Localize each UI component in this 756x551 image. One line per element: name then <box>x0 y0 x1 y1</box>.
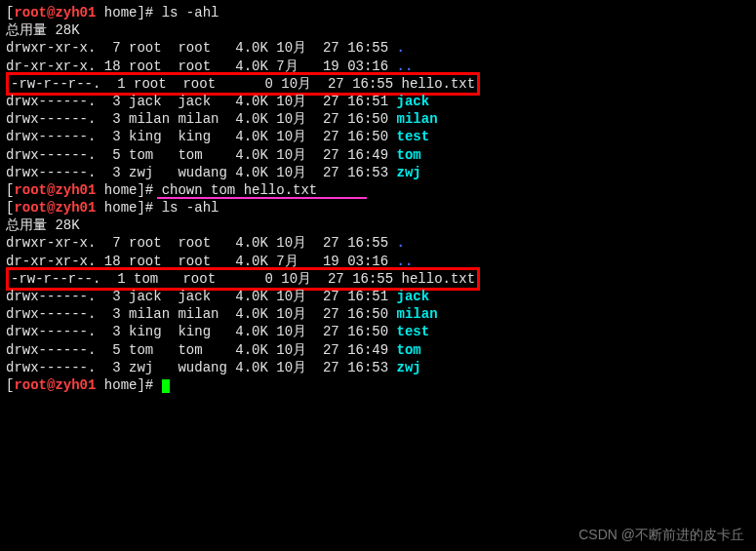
prompt: [root@zyh01 home]# <box>6 5 162 20</box>
file-time: 16:53 <box>347 360 396 375</box>
file-size: 4.0K <box>235 306 276 322</box>
file-name: jack <box>397 94 430 109</box>
prompt: [root@zyh01 home]# <box>6 182 162 198</box>
file-links: 1 <box>109 271 134 287</box>
file-links: 1 <box>109 76 134 92</box>
command-text: ls -ahl <box>162 200 219 216</box>
file-owner: tom <box>134 271 182 287</box>
command-line: [root@zyh01 home]# ls -ahl <box>6 4 750 21</box>
file-size: 4.0K <box>235 235 276 251</box>
file-size: 4.0K <box>235 94 276 109</box>
list-item: drwx------. 5 tom tom 4.0K 10月 27 16:49 … <box>6 146 750 164</box>
file-permissions: drwx------. <box>6 147 104 163</box>
file-group: jack <box>178 289 235 304</box>
file-day: 27 <box>328 76 352 92</box>
file-owner: root <box>129 235 178 251</box>
list-item: drwxr-xr-x. 7 root root 4.0K 10月 27 16:5… <box>6 234 750 252</box>
file-name: milan <box>397 111 438 127</box>
file-time: 16:49 <box>347 147 396 163</box>
file-group: jack <box>178 94 235 109</box>
file-month: 10月 <box>276 324 323 339</box>
file-permissions: drwxr-xr-x. <box>6 40 104 56</box>
file-group: king <box>178 324 235 339</box>
file-month: 10月 <box>276 165 323 180</box>
file-links: 7 <box>104 235 129 251</box>
file-owner: king <box>129 324 178 339</box>
file-name: milan <box>397 306 438 322</box>
list-item: drwx------. 3 milan milan 4.0K 10月 27 16… <box>6 110 750 128</box>
file-size: 0 <box>240 271 281 287</box>
file-owner: milan <box>129 306 178 322</box>
file-day: 27 <box>323 40 347 56</box>
command-text: chown tom hello.txt <box>162 182 318 198</box>
file-month: 10月 <box>281 76 328 92</box>
file-group: milan <box>178 306 235 322</box>
list-item-highlighted: -rw-r--r--. 1 root root 0 10月 27 16:55 h… <box>6 75 750 93</box>
file-permissions: drwx------. <box>6 342 104 358</box>
file-day: 27 <box>323 235 347 251</box>
file-links: 3 <box>104 111 129 127</box>
command-line[interactable]: [root@zyh01 home]# <box>6 376 750 394</box>
list-item: drwx------. 3 jack jack 4.0K 10月 27 16:5… <box>6 288 750 305</box>
file-time: 16:50 <box>347 111 396 127</box>
file-group: wudang <box>178 165 235 180</box>
file-size: 4.0K <box>235 40 276 56</box>
file-group: root <box>182 76 240 92</box>
list-item: drwx------. 3 king king 4.0K 10月 27 16:5… <box>6 128 750 145</box>
file-owner: zwj <box>129 165 178 180</box>
file-month: 10月 <box>276 235 323 251</box>
file-permissions: drwx------. <box>6 324 104 339</box>
list-item: drwx------. 3 milan milan 4.0K 10月 27 16… <box>6 305 750 323</box>
file-name: tom <box>397 147 421 163</box>
file-owner: tom <box>129 147 178 163</box>
file-links: 3 <box>104 306 129 322</box>
file-month: 10月 <box>276 40 323 56</box>
file-links: 7 <box>104 40 129 56</box>
file-group: milan <box>178 111 235 127</box>
file-links: 5 <box>104 147 129 163</box>
file-month: 10月 <box>281 271 328 287</box>
file-size: 4.0K <box>235 129 276 144</box>
file-owner: milan <box>129 111 178 127</box>
file-size: 0 <box>240 76 281 92</box>
file-month: 10月 <box>276 129 323 144</box>
file-permissions: -rw-r--r--. <box>11 76 109 92</box>
file-group: king <box>178 129 235 144</box>
file-month: 10月 <box>276 306 323 322</box>
file-permissions: drwx------. <box>6 111 104 127</box>
watermark: CSDN @不断前进的皮卡丘 <box>578 526 744 543</box>
summary-line: 总用量 28K <box>6 21 750 39</box>
terminal[interactable]: [root@zyh01 home]# ls -ahl总用量 28Kdrwxr-x… <box>0 0 756 398</box>
file-size: 4.0K <box>235 165 276 180</box>
file-links: 3 <box>104 324 129 339</box>
file-day: 27 <box>323 324 347 339</box>
file-time: 16:50 <box>347 129 396 144</box>
file-owner: zwj <box>129 360 178 375</box>
file-links: 3 <box>104 360 129 375</box>
file-links: 3 <box>104 165 129 180</box>
list-item: drwx------. 5 tom tom 4.0K 10月 27 16:49 … <box>6 341 750 359</box>
file-permissions: drwx------. <box>6 129 104 144</box>
file-time: 16:55 <box>347 40 396 56</box>
list-item: drwx------. 3 king king 4.0K 10月 27 16:5… <box>6 323 750 340</box>
file-size: 4.0K <box>235 342 276 358</box>
command-line: [root@zyh01 home]# chown tom hello.txt <box>6 181 750 199</box>
file-permissions: drwx------. <box>6 165 104 180</box>
file-links: 3 <box>104 129 129 144</box>
file-day: 27 <box>323 165 347 180</box>
file-month: 10月 <box>276 289 323 304</box>
file-name: . <box>397 40 405 56</box>
file-day: 27 <box>323 94 347 109</box>
list-item-highlighted: -rw-r--r--. 1 tom root 0 10月 27 16:55 he… <box>6 270 750 288</box>
file-time: 16:51 <box>347 289 396 304</box>
file-time: 16:53 <box>347 165 396 180</box>
file-month: 10月 <box>276 147 323 163</box>
file-day: 27 <box>323 129 347 144</box>
file-name: zwj <box>397 360 421 375</box>
file-month: 10月 <box>276 111 323 127</box>
file-name: jack <box>397 289 430 304</box>
file-time: 16:55 <box>352 76 401 92</box>
file-owner: root <box>129 40 178 56</box>
list-item: drwxr-xr-x. 7 root root 4.0K 10月 27 16:5… <box>6 39 750 57</box>
file-group: root <box>182 271 240 287</box>
